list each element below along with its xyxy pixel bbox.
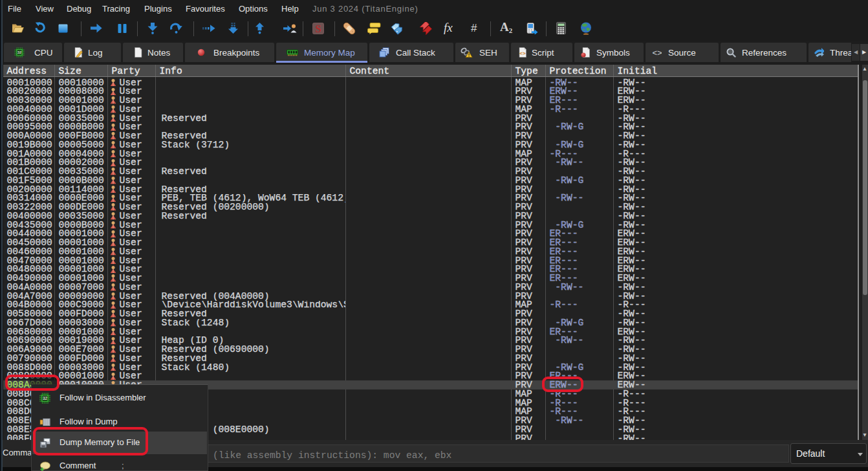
svg-text:32: 32	[17, 50, 22, 54]
svg-text:<>: <>	[519, 50, 526, 56]
svg-text:S: S	[315, 23, 321, 34]
svg-text:<>: <>	[652, 48, 662, 58]
svg-text:32: 32	[43, 396, 48, 400]
